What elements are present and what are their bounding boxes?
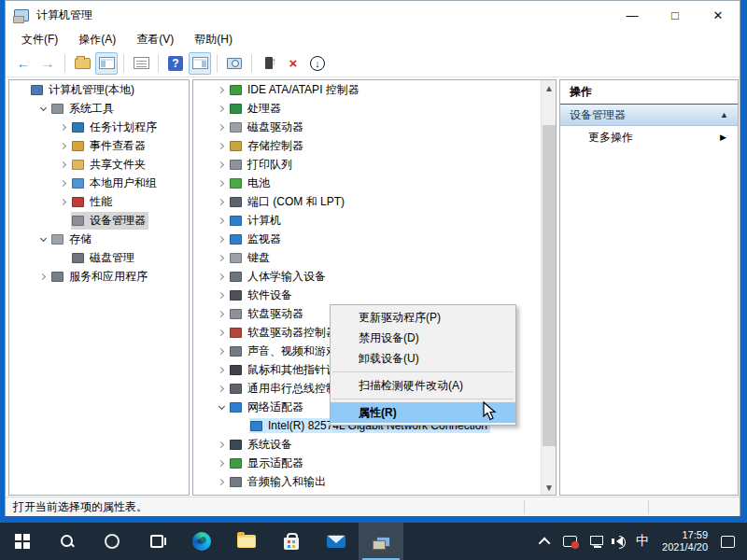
chevron-right-icon[interactable] [214, 461, 229, 466]
tree-item[interactable]: 共享文件夹 [9, 155, 189, 174]
menu-item-1[interactable]: 操作(A) [70, 30, 124, 49]
cortana-icon[interactable] [90, 523, 134, 560]
maximize-button[interactable]: □ [654, 1, 697, 29]
console-tree-icon[interactable] [95, 52, 118, 75]
chevron-right-icon[interactable] [214, 256, 229, 260]
tray-ime-indicator[interactable]: 中 [636, 533, 649, 550]
tray-chevron-up-icon[interactable] [542, 538, 550, 546]
tree-item[interactable]: 处理器 [193, 99, 556, 118]
minimize-button[interactable]: — [611, 1, 654, 29]
menu-item-2[interactable]: 查看(V) [128, 30, 182, 49]
tray-clock[interactable]: 17:59 2021/4/20 [662, 529, 708, 553]
chevron-right-icon[interactable] [214, 218, 229, 223]
tree-item[interactable]: 任务计划程序 [9, 118, 189, 136]
tree-item[interactable]: 本地用户和组 [9, 174, 189, 192]
tree-item[interactable]: 性能 [9, 192, 189, 211]
more-actions-item[interactable]: 更多操作 ▶ [560, 126, 738, 148]
chevron-right-icon[interactable] [214, 88, 229, 92]
tree-item[interactable]: 键盘 [193, 248, 556, 267]
context-menu-item[interactable]: 卸载设备(U) [331, 348, 515, 369]
tray-network-icon[interactable] [590, 539, 603, 545]
chevron-right-icon[interactable] [56, 125, 71, 130]
tray-volume-icon[interactable] [616, 537, 623, 546]
chevron-right-icon[interactable] [214, 442, 229, 447]
tree-item[interactable]: 系统设备 [193, 435, 556, 454]
chevron-right-icon[interactable] [214, 106, 229, 111]
chevron-right-icon[interactable] [214, 125, 229, 130]
chevron-right-icon[interactable] [56, 200, 71, 204]
chevron-right-icon[interactable] [214, 330, 229, 335]
tree-item[interactable]: 软件设备 [193, 286, 556, 304]
chevron-right-icon[interactable] [214, 237, 229, 242]
chevron-down-icon[interactable] [35, 107, 50, 110]
chevron-right-icon[interactable] [56, 144, 71, 148]
tree-item[interactable]: 音频输入和输出 [193, 472, 556, 491]
task-view-icon[interactable] [134, 523, 179, 560]
tree-item[interactable]: IDE ATA/ATAPI 控制器 [193, 80, 556, 99]
forward-icon[interactable]: → [36, 52, 59, 75]
tree-item[interactable]: 电池 [193, 174, 556, 192]
chevron-down-icon[interactable] [214, 406, 229, 409]
tree-item[interactable]: 打印队列 [193, 155, 556, 174]
tree-item[interactable]: 服务和应用程序 [9, 267, 189, 286]
context-menu-item[interactable]: 扫描检测硬件改动(A) [331, 375, 515, 396]
tree-item[interactable]: 端口 (COM 和 LPT) [193, 192, 556, 211]
chevron-right-icon[interactable] [214, 368, 229, 372]
collapse-icon[interactable]: ▲ [720, 110, 728, 119]
scrollbar-thumb[interactable] [543, 125, 556, 446]
action-center-icon[interactable] [721, 536, 735, 548]
tree-item[interactable]: 监视器 [193, 230, 556, 248]
computer-management-taskbar-icon[interactable] [359, 523, 403, 560]
tree-item[interactable]: 事件查看器 [9, 136, 189, 155]
tree-item[interactable]: 人体学输入设备 [193, 267, 556, 286]
properties-list-icon[interactable] [130, 52, 152, 75]
menu-item-3[interactable]: 帮助(H) [186, 30, 241, 49]
chevron-right-icon[interactable] [214, 274, 229, 279]
chevron-right-icon[interactable] [35, 274, 50, 279]
store-icon[interactable] [269, 523, 314, 560]
menu-item-0[interactable]: 文件(F) [13, 30, 66, 49]
chevron-right-icon[interactable] [214, 312, 229, 316]
scroll-up-icon[interactable]: ▲ [542, 80, 557, 95]
start-button[interactable] [0, 523, 45, 560]
update-driver-icon[interactable] [258, 52, 280, 75]
tree-item[interactable]: 设备管理器 [9, 211, 189, 230]
scroll-down-icon[interactable]: ▼ [542, 480, 557, 495]
chevron-right-icon[interactable] [214, 480, 229, 484]
context-menu-item[interactable]: 更新驱动程序(P) [331, 307, 515, 328]
context-menu-item[interactable]: 禁用设备(D) [331, 328, 515, 348]
export-list-icon[interactable] [71, 52, 93, 75]
close-button[interactable]: ✕ [697, 1, 740, 29]
chevron-right-icon[interactable] [214, 181, 229, 186]
vertical-scrollbar[interactable]: ▲ ▼ [541, 80, 556, 495]
chevron-right-icon[interactable] [56, 162, 71, 167]
chevron-right-icon[interactable] [214, 293, 229, 298]
uninstall-device-icon[interactable]: × [282, 52, 304, 75]
tree-item[interactable]: 显示适配器 [193, 454, 556, 472]
chevron-right-icon[interactable] [214, 162, 229, 167]
back-icon[interactable]: ← [12, 52, 35, 75]
tree-item[interactable]: 系统工具 [9, 99, 189, 118]
chevron-right-icon[interactable] [214, 349, 229, 354]
chevron-right-icon[interactable] [214, 386, 229, 391]
remote-computer-icon[interactable] [223, 52, 246, 75]
tree-item[interactable]: 磁盘管理 [9, 248, 189, 267]
search-icon[interactable] [45, 523, 90, 560]
scan-hardware-icon[interactable]: ↓ [306, 52, 329, 75]
chevron-right-icon[interactable] [56, 181, 71, 186]
chevron-down-icon[interactable] [35, 238, 50, 241]
tree-item[interactable]: 磁盘驱动器 [193, 118, 556, 136]
tree-item[interactable]: 存储 [9, 230, 189, 248]
help-icon[interactable]: ? [164, 52, 187, 75]
tree-item[interactable]: 计算机管理(本地) [9, 80, 189, 99]
action-pane-icon[interactable] [189, 52, 211, 75]
chevron-right-icon[interactable] [214, 200, 229, 204]
edge-icon[interactable] [179, 523, 224, 560]
tree-item[interactable]: 存储控制器 [193, 136, 556, 155]
file-explorer-icon[interactable] [224, 523, 269, 560]
tray-screen-share-icon[interactable] [563, 536, 577, 547]
mail-icon[interactable] [314, 523, 359, 560]
tree-item[interactable]: 计算机 [193, 211, 556, 230]
chevron-right-icon[interactable] [214, 144, 229, 148]
actions-section-device-manager[interactable]: 设备管理器 ▲ [560, 105, 738, 126]
